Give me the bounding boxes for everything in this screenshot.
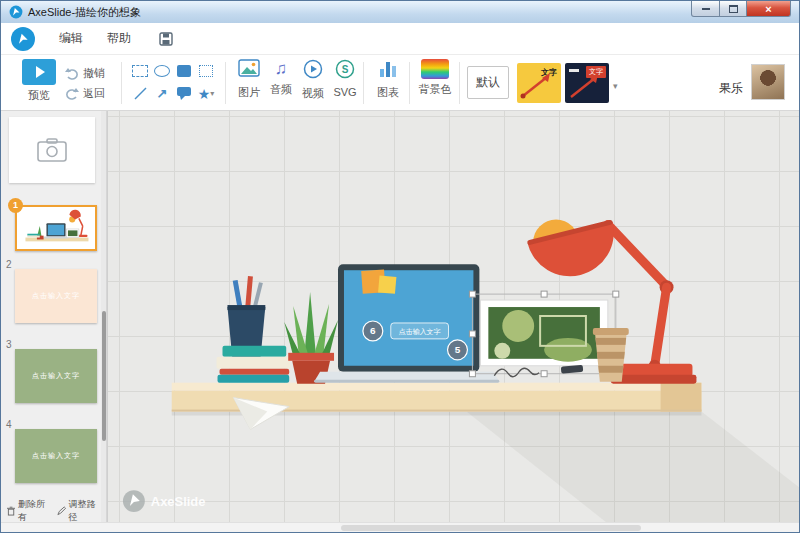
delete-all-button[interactable]: 删除所有 (7, 498, 51, 524)
menu-help[interactable]: 帮助 (107, 30, 131, 47)
cable-squiggle[interactable] (494, 368, 539, 377)
template2-arrow-icon (565, 63, 609, 103)
minimize-icon (702, 7, 710, 10)
shape-filled-rect-tool[interactable] (177, 65, 191, 77)
preview-button[interactable] (22, 59, 56, 85)
laptop-text-box[interactable]: 点击输入文字 (391, 323, 449, 339)
shape-dotted-rect-tool[interactable] (199, 65, 213, 77)
photo-placeholder-card[interactable] (9, 117, 95, 183)
video-play-icon (303, 59, 323, 79)
dashed-rect-icon (132, 65, 148, 77)
sidebar-scrollbar-thumb[interactable] (102, 311, 106, 441)
separator (409, 62, 410, 104)
music-note-icon: ♫ (265, 59, 297, 79)
shape-star-tool[interactable]: ★ ▾ (198, 86, 215, 102)
slide-3-number: 3 (6, 339, 12, 350)
slide-1-preview (17, 207, 95, 249)
svg-text:S: S (342, 64, 349, 75)
shape-line-tool[interactable] (133, 86, 148, 101)
slide-thumbnail-3[interactable]: 点击输入文字 (15, 349, 97, 403)
play-icon (36, 66, 45, 78)
rainbow-swatch-icon (421, 59, 449, 79)
undo-button[interactable]: 撤销 (65, 63, 105, 83)
save-icon (159, 32, 173, 46)
template-dropdown-caret[interactable]: ▾ (613, 81, 618, 91)
slide-panel: 1 2 点击输入文字 (1, 111, 101, 522)
insert-svg-button[interactable]: S SVG (329, 59, 361, 98)
text-template-2[interactable]: 文字 (565, 63, 609, 103)
shape-callout-tool[interactable] (176, 86, 192, 101)
svg-text:6: 6 (370, 325, 376, 336)
slide-2-number: 2 (6, 259, 12, 270)
background-color-button[interactable]: 背景色 (415, 59, 455, 97)
camera-icon (37, 138, 67, 162)
insert-picture-button[interactable]: 图片 (233, 59, 265, 100)
maximize-button[interactable] (720, 1, 747, 17)
trash-icon (7, 506, 15, 516)
redo-button[interactable]: 返回 (65, 83, 105, 103)
user-avatar[interactable] (751, 64, 785, 100)
sticky-note-yellow[interactable] (378, 276, 396, 294)
home-logo-button[interactable] (11, 27, 35, 51)
text-template-1[interactable]: 文字 (517, 63, 561, 103)
slide-canvas[interactable]: 6 点击输入文字 5 (107, 111, 799, 522)
sidebar-actions: 删除所有 调整路径 (1, 502, 101, 520)
shape-arrow-tool[interactable]: ↗ (157, 86, 168, 101)
slide-2-text: 点击输入文字 (15, 269, 97, 323)
laptop[interactable]: 6 点击输入文字 5 (314, 264, 499, 382)
default-label: 默认 (476, 74, 500, 91)
arrow-ne-icon: ↗ (157, 86, 168, 101)
adjust-path-button[interactable]: 调整路径 (57, 498, 101, 524)
bar-chart-icon (378, 59, 398, 78)
insert-chart-button[interactable]: 图表 (371, 59, 405, 100)
bottom-scrollbar-track[interactable] (1, 522, 799, 532)
redo-icon (65, 87, 79, 100)
step-badge-6[interactable]: 6 (363, 321, 383, 341)
step-badge-5[interactable]: 5 (448, 340, 468, 360)
close-icon: × (765, 3, 771, 15)
maximize-icon (729, 5, 738, 13)
shelf-shadow (466, 412, 799, 522)
save-button[interactable] (159, 32, 173, 46)
menubar: 编辑 帮助 (1, 23, 799, 55)
close-button[interactable]: × (747, 1, 791, 17)
svg-text:AxeSlide: AxeSlide (151, 494, 206, 509)
default-template-button[interactable]: 默认 (467, 66, 509, 99)
audio-label: 音频 (265, 82, 297, 97)
slide-4-text: 点击输入文字 (15, 429, 97, 483)
shape-dashed-rect-tool[interactable] (132, 65, 148, 77)
redo-label: 返回 (83, 86, 105, 101)
line-icon (133, 86, 148, 101)
speech-bubble-icon (176, 86, 192, 101)
slide-thumbnail-2[interactable]: 点击输入文字 (15, 269, 97, 323)
slide-thumbnail-4[interactable]: 点击输入文字 (15, 429, 97, 483)
slide-thumbnail-1[interactable] (15, 205, 97, 251)
filled-rect-icon (177, 65, 191, 77)
insert-video-button[interactable]: 视频 (297, 59, 329, 101)
video-label: 视频 (297, 86, 329, 101)
slide-1-number-badge: 1 (8, 198, 23, 213)
potted-plant[interactable] (284, 292, 338, 384)
slide-4-number: 4 (6, 419, 12, 430)
app-icon (9, 5, 23, 19)
menu-edit[interactable]: 编辑 (59, 30, 83, 47)
desk-scene: 6 点击输入文字 5 (108, 111, 799, 522)
shape-ellipse-tool[interactable] (154, 65, 170, 77)
axeslide-logo-icon (15, 31, 31, 47)
horizontal-scrollbar-thumb[interactable] (341, 525, 641, 531)
axeslide-watermark: AxeSlide (123, 490, 206, 512)
titlebar: AxeSlide-描绘你的想象 × (1, 1, 799, 23)
svg-text:点击输入文字: 点击输入文字 (399, 328, 441, 336)
separator (121, 62, 122, 104)
chevron-down-icon[interactable]: ▾ (210, 89, 214, 98)
app-window: AxeSlide-描绘你的想象 × 编辑 帮助 预览 (0, 0, 800, 533)
preview-group: 预览 (17, 59, 61, 103)
book-stack[interactable] (217, 346, 291, 383)
template1-arrow-icon (517, 63, 561, 103)
preview-label: 预览 (17, 88, 61, 103)
minimize-button[interactable] (691, 1, 720, 17)
picture-label: 图片 (233, 85, 265, 100)
insert-audio-button[interactable]: ♫ 音频 (265, 59, 297, 97)
bgcolor-label: 背景色 (415, 82, 455, 97)
undo-icon (65, 67, 79, 80)
